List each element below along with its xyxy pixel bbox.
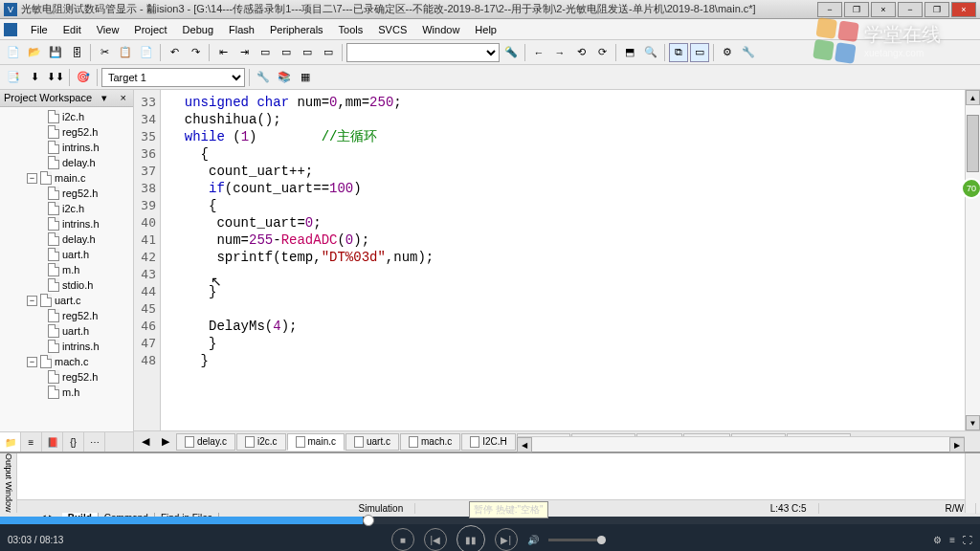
tree-file[interactable]: reg52.h — [2, 369, 131, 385]
view-ws-button[interactable]: ⧉ — [669, 43, 688, 62]
scroll-thumb[interactable] — [967, 115, 979, 172]
workspace-close-button[interactable]: × — [118, 92, 129, 104]
child-close-button[interactable]: × — [871, 2, 896, 17]
close-button[interactable]: × — [951, 2, 976, 17]
file-tab[interactable]: uart.c — [345, 433, 399, 451]
minimize-button[interactable]: − — [898, 2, 923, 17]
translate-button[interactable]: 📑 — [4, 68, 23, 87]
menu-view[interactable]: View — [89, 22, 127, 37]
ws-tab-regs[interactable]: ≡ — [21, 432, 42, 452]
debug-back-button[interactable]: ← — [529, 43, 548, 62]
tree-file[interactable]: reg52.h — [2, 308, 131, 323]
file-tab[interactable]: main.c — [287, 433, 345, 451]
tree-file[interactable]: uart.h — [2, 247, 131, 262]
volume-icon[interactable]: 🔊 — [527, 535, 539, 545]
menu-edit[interactable]: Edit — [56, 22, 89, 37]
build-button[interactable]: ⬇ — [25, 68, 44, 87]
tree-file[interactable]: reg52.h — [2, 186, 131, 201]
ws-tab-temp[interactable]: ⋯ — [84, 432, 105, 452]
indent-left-button[interactable]: ⇤ — [213, 43, 233, 62]
side-badge[interactable]: 70 — [961, 178, 980, 199]
code-editor[interactable]: unsigned char num=0,mm=250; chushihua();… — [161, 90, 965, 430]
open-button[interactable]: 📂 — [25, 43, 44, 62]
file-tab[interactable]: delay.c — [176, 433, 235, 451]
bookmark-prev-button[interactable]: ▭ — [277, 43, 296, 62]
tree-file[interactable]: uart.h — [2, 323, 131, 339]
options-button[interactable]: 🔧 — [739, 43, 758, 62]
tab-scroll-left-button[interactable]: ◀ — [136, 432, 155, 452]
save-button[interactable]: 💾 — [46, 43, 65, 62]
tree-group[interactable]: − main.c — [2, 170, 131, 186]
volume-slider[interactable] — [548, 539, 606, 541]
video-fullscreen-icon[interactable]: ⛶ — [963, 535, 972, 545]
find-button[interactable]: 🔦 — [501, 43, 521, 62]
video-play-button[interactable]: ▮▮ — [457, 525, 485, 551]
tree-file[interactable]: intrins.h — [2, 216, 131, 231]
child-max-button[interactable]: ❐ — [844, 2, 869, 17]
target-options-button[interactable]: 🔧 — [254, 68, 273, 87]
tree-file[interactable]: stdio.h — [2, 277, 131, 293]
search-combo[interactable] — [346, 43, 500, 62]
view-out-button[interactable]: ▭ — [690, 43, 709, 62]
manage-button[interactable]: 📚 — [275, 68, 294, 87]
tree-file[interactable]: m.h — [2, 385, 131, 400]
bookmark-next-button[interactable]: ▭ — [298, 43, 317, 62]
debug-stop-button[interactable]: ⬒ — [620, 43, 639, 62]
tree-file[interactable]: delay.h — [2, 155, 131, 170]
config-button[interactable]: ⚙ — [718, 43, 737, 62]
menu-help[interactable]: Help — [467, 22, 504, 37]
menu-svcs[interactable]: SVCS — [370, 22, 414, 37]
horizontal-scrollbar[interactable]: ◀ ▶ — [517, 436, 965, 452]
ws-tab-books[interactable]: 📕 — [42, 432, 63, 452]
copy-button[interactable]: 📋 — [116, 43, 135, 62]
tree-file[interactable]: reg52.h — [2, 124, 131, 140]
debug-step-button[interactable]: ⟲ — [571, 43, 590, 62]
menu-flash[interactable]: Flash — [221, 22, 262, 37]
menu-file[interactable]: File — [23, 22, 56, 37]
scroll-up-button[interactable]: ▲ — [966, 90, 980, 105]
tab-scroll-right-button[interactable]: ▶ — [156, 432, 175, 452]
project-tree[interactable]: i2c.h reg52.h intrins.h delay.h− main.c … — [0, 107, 133, 431]
tree-file[interactable]: intrins.h — [2, 140, 131, 155]
menu-window[interactable]: Window — [414, 22, 467, 37]
file-tab[interactable]: I2C.H — [461, 433, 516, 451]
tree-file[interactable]: m.h — [2, 262, 131, 277]
tree-file[interactable]: intrins.h — [2, 339, 131, 354]
video-list-icon[interactable]: ≡ — [949, 535, 955, 545]
scroll-right-button[interactable]: ▶ — [949, 437, 965, 452]
find-in-files-button[interactable]: 🔍 — [641, 43, 660, 62]
video-prev-button[interactable]: |◀ — [424, 528, 447, 551]
child-min-button[interactable]: − — [817, 2, 842, 17]
paste-button[interactable]: 📄 — [137, 43, 156, 62]
menu-debug[interactable]: Debug — [175, 22, 221, 37]
tree-group[interactable]: − mach.c — [2, 354, 131, 369]
vertical-scrollbar[interactable]: ▲ ▼ — [965, 90, 980, 430]
bookmark-clear-button[interactable]: ▭ — [319, 43, 338, 62]
file-tab[interactable]: mach.c — [400, 433, 460, 451]
indent-right-button[interactable]: ⇥ — [234, 43, 254, 62]
maximize-button[interactable]: ❐ — [924, 2, 949, 17]
target-select[interactable]: Target 1 — [101, 68, 245, 87]
scroll-left-button[interactable]: ◀ — [517, 437, 532, 452]
save-all-button[interactable]: 🗄 — [67, 43, 86, 62]
dropdown-icon[interactable]: ▾ — [101, 92, 107, 104]
tree-file[interactable]: i2c.h — [2, 201, 131, 216]
seek-thumb[interactable] — [363, 515, 374, 526]
batch-button[interactable]: ▦ — [296, 68, 315, 87]
tree-group[interactable]: − uart.c — [2, 293, 131, 308]
scroll-down-button[interactable]: ▼ — [966, 415, 980, 430]
ws-tab-func[interactable]: {} — [63, 432, 84, 452]
ws-tab-files[interactable]: 📁 — [0, 432, 21, 452]
download-button[interactable]: 🎯 — [74, 68, 93, 87]
video-next-button[interactable]: ▶| — [495, 528, 518, 551]
new-button[interactable]: 📄 — [4, 43, 23, 62]
cut-button[interactable]: ✂ — [95, 43, 114, 62]
bookmark-button[interactable]: ▭ — [256, 43, 275, 62]
tree-file[interactable]: delay.h — [2, 231, 131, 247]
video-stop-button[interactable]: ■ — [391, 528, 414, 551]
rebuild-button[interactable]: ⬇⬇ — [46, 68, 65, 87]
video-settings-icon[interactable]: ⚙ — [933, 535, 942, 545]
debug-run-button[interactable]: ⟳ — [592, 43, 612, 62]
menu-project[interactable]: Project — [126, 22, 174, 37]
menu-tools[interactable]: Tools — [331, 22, 371, 37]
